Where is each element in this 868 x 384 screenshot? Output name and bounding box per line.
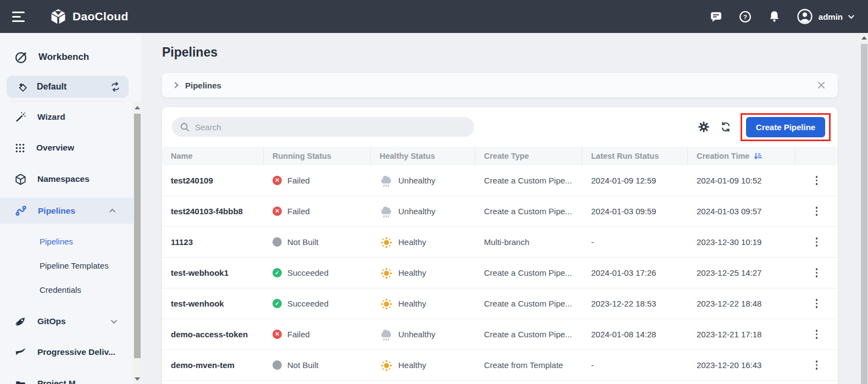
- sidebar: Workbench Default: [0, 33, 142, 384]
- help-icon[interactable]: ?: [738, 9, 753, 24]
- scroll-up-arrow-icon[interactable]: [861, 36, 867, 40]
- running-status-icon: [272, 237, 282, 247]
- table-row[interactable]: 11123 Not Built Healthy Multi-branch - 2…: [162, 227, 838, 258]
- search-input[interactable]: [195, 123, 466, 132]
- table-row[interactable]: test240109 Failed Unhealthy Create a Cus…: [162, 165, 838, 196]
- refresh-icon[interactable]: [718, 119, 733, 135]
- workspace-icon: [16, 81, 28, 93]
- running-status-label: Not Built: [287, 237, 319, 247]
- row-actions-kebab-icon[interactable]: [813, 203, 821, 219]
- row-actions-kebab-icon[interactable]: [813, 326, 821, 342]
- running-status-icon: [272, 330, 282, 339]
- table-row[interactable]: test240103-f4bbb8 Failed Unhealthy Creat…: [162, 196, 838, 227]
- sidebar-item-namespaces[interactable]: Namespaces: [0, 167, 133, 191]
- running-status-cell: Not Built: [264, 360, 371, 370]
- row-actions-kebab-icon[interactable]: [813, 265, 821, 281]
- page-scrollbar[interactable]: [860, 33, 868, 384]
- healthy-status-cell: Unhealthy: [371, 174, 475, 187]
- creation-time: 2023-12-20 16:43: [688, 360, 795, 370]
- pipeline-name[interactable]: test-wenhook: [162, 299, 264, 308]
- pipeline-name[interactable]: demo-mven-tem: [162, 360, 264, 370]
- sidebar-scrollbar[interactable]: [133, 102, 142, 384]
- scroll-down-arrow-icon[interactable]: [135, 377, 140, 381]
- creation-time: 2023-12-22 18:48: [688, 299, 795, 308]
- healthy-status-cell: Unhealthy: [371, 205, 475, 218]
- brand-logo[interactable]: DaoCloud: [49, 8, 129, 25]
- create-type: Create a Custom Pipe...: [475, 299, 582, 308]
- column-header-healthy-status[interactable]: Healthy Status: [371, 147, 475, 165]
- healthy-status-label: Healthy: [398, 237, 426, 247]
- column-header-actions: [795, 147, 838, 165]
- column-header-latest-run-status[interactable]: Latest Run Status: [582, 147, 688, 165]
- pipeline-name[interactable]: test240103-f4bbb8: [162, 207, 264, 216]
- page-scrollbar-thumb[interactable]: [861, 44, 867, 384]
- row-actions-kebab-icon[interactable]: [813, 234, 821, 250]
- row-actions-kebab-icon[interactable]: [813, 296, 821, 311]
- sort-descending-icon[interactable]: [754, 152, 763, 160]
- sidebar-subitem-pipelines[interactable]: Pipelines: [0, 231, 133, 252]
- running-status-label: Not Built: [287, 360, 319, 370]
- create-type: Create from Template: [475, 360, 582, 370]
- latest-run-status: 2024-01-09 12:59: [582, 176, 688, 185]
- healthy-status-cell: Healthy: [371, 359, 475, 372]
- table-row[interactable]: demo-access-token Failed Unhealthy Creat…: [162, 319, 838, 350]
- workbench-icon: [14, 51, 28, 64]
- sidebar-subitem-pipeline-templates[interactable]: Pipeline Templates: [0, 255, 133, 276]
- running-status-label: Succeeded: [287, 299, 329, 308]
- pipeline-name[interactable]: test-webhook1: [162, 268, 264, 277]
- switch-workspace-icon[interactable]: [110, 81, 121, 92]
- sidebar-item-gitops[interactable]: GitOps: [0, 309, 133, 333]
- creation-time-label: Creation Time: [697, 152, 749, 160]
- latest-run-status: 2024-01-03 17:26: [582, 268, 688, 277]
- creation-time: 2023-12-21 17:18: [688, 330, 795, 339]
- breadcrumb[interactable]: Pipelines: [185, 81, 221, 90]
- sidebar-item-workbench[interactable]: Workbench: [0, 44, 133, 70]
- column-header-create-type[interactable]: Create Type: [475, 147, 582, 165]
- pipelines-panel: Create Pipeline Name Running Status Heal…: [162, 107, 838, 384]
- table-toolbar: Create Pipeline: [162, 107, 838, 147]
- healthy-status-cell: Healthy: [371, 297, 475, 310]
- sidebar-item-pipelines[interactable]: Pipelines: [0, 198, 133, 224]
- user-menu[interactable]: admin: [797, 8, 853, 25]
- table-row[interactable]: demo-mven-tem Not Built Healthy Create f…: [162, 350, 838, 381]
- sidebar-item-overview[interactable]: Overview: [0, 136, 133, 160]
- create-pipeline-button[interactable]: Create Pipeline: [746, 117, 825, 137]
- breadcrumb-chevron-right-icon[interactable]: [172, 82, 178, 88]
- row-actions-kebab-icon[interactable]: [813, 172, 821, 188]
- column-header-name[interactable]: Name: [162, 147, 264, 165]
- sidebar-scrollbar-thumb[interactable]: [134, 114, 141, 358]
- running-status-cell: Not Built: [264, 237, 371, 247]
- search-icon: [180, 122, 190, 132]
- scroll-up-arrow-icon[interactable]: [135, 106, 140, 109]
- row-actions-kebab-icon[interactable]: [813, 357, 821, 373]
- sidebar-subitem-label: Pipeline Templates: [40, 261, 109, 270]
- healthy-status-cell: Healthy: [371, 266, 475, 280]
- weather-status-icon: [380, 205, 393, 218]
- notifications-bell-icon[interactable]: [767, 9, 782, 24]
- workspace-selector-default[interactable]: Default: [7, 76, 129, 98]
- latest-run-status: 2024-01-03 09:59: [582, 207, 688, 216]
- latest-run-status: -: [582, 237, 688, 247]
- breadcrumb-bar: Pipelines: [162, 73, 838, 97]
- sidebar-item-wizard[interactable]: Wizard: [0, 105, 133, 129]
- overview-grid-icon: [14, 142, 26, 154]
- pipeline-name[interactable]: test240109: [162, 176, 264, 185]
- healthy-status-cell: Healthy: [371, 236, 475, 249]
- table-row[interactable]: test-wenhook Succeeded Healthy Create a …: [162, 288, 838, 319]
- pipeline-name[interactable]: demo-access-token: [162, 330, 264, 339]
- sidebar-item-project-management[interactable]: Project M...: [0, 371, 133, 384]
- column-header-creation-time[interactable]: Creation Time: [688, 147, 795, 165]
- sidebar-item-label: Pipelines: [38, 206, 75, 216]
- table-row[interactable]: test-webhook1 Succeeded Healthy Create a…: [162, 258, 838, 288]
- table-settings-gear-icon[interactable]: [696, 119, 711, 135]
- column-header-running-status[interactable]: Running Status: [264, 147, 371, 165]
- expand-chevron-down-icon[interactable]: [111, 318, 117, 324]
- sidebar-item-progressive-delivery[interactable]: Progressive Deliv...: [0, 340, 133, 364]
- sidebar-subitem-credentials[interactable]: Credentials: [0, 279, 133, 300]
- chat-icon[interactable]: [709, 9, 724, 24]
- pipeline-name[interactable]: 11123: [162, 237, 264, 247]
- sidebar-toggle-menu-icon[interactable]: [12, 10, 26, 23]
- collapse-chevron-up-icon[interactable]: [109, 208, 115, 214]
- close-icon[interactable]: [816, 80, 827, 91]
- namespaces-cube-icon: [14, 173, 27, 186]
